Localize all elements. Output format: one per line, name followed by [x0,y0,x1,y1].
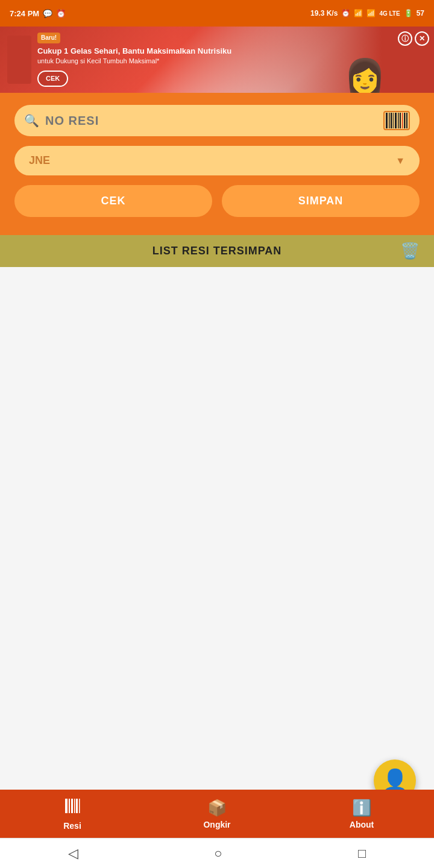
speed-display: 19.3 K/s [310,9,338,17]
status-bar-right: 19.3 K/s ⏰ 📶 📶 4G LTE 🔋 57 [310,9,424,17]
resi-nav-label: Resi [63,821,81,831]
resi-list-content [0,267,434,653]
simpan-button[interactable]: SIMPAN [222,185,420,217]
svg-rect-11 [69,799,70,813]
about-nav-icon: ℹ️ [352,799,371,817]
battery-level: 57 [417,9,424,17]
svg-rect-2 [391,113,392,128]
list-resi-header: LIST RESI TERSIMPAN 🗑️ [0,235,434,267]
svg-rect-13 [74,799,75,813]
svg-rect-1 [389,113,390,128]
svg-rect-9 [406,113,407,128]
ad-new-badge: Baru! [37,33,60,43]
ad-text: Baru! Cukup 1 Gelas Sehari, Bantu Maksim… [37,33,231,87]
ad-banner: Baru! Cukup 1 Gelas Sehari, Bantu Maksim… [0,27,434,93]
message-icon: 💬 [43,9,52,18]
search-bar-container: 🔍 [14,105,420,136]
resi-input[interactable] [45,114,383,128]
back-button[interactable]: ◁ [68,846,78,861]
system-navigation: ◁ ○ □ [0,838,434,868]
svg-rect-0 [386,113,388,128]
wifi-icon: 📶 [354,9,363,17]
ad-cta-button[interactable]: CEK [37,71,68,87]
svg-rect-15 [79,799,80,813]
svg-rect-14 [76,799,78,813]
svg-rect-12 [71,799,73,813]
status-bar-left: 7:24 PM 💬 ⏰ [10,9,66,18]
alarm-icon: ⏰ [341,9,350,17]
ad-headline: Cukup 1 Gelas Sehari, Bantu Maksimalkan … [37,46,231,57]
ad-close-button[interactable]: ✕ [415,31,429,46]
action-buttons-row: CEK SIMPAN [14,185,420,217]
nav-item-about[interactable]: ℹ️ About [289,790,434,838]
battery-icon: 🔋 [404,9,413,17]
search-icon: 🔍 [24,113,39,128]
recents-button[interactable]: □ [358,846,366,861]
resi-nav-icon [64,797,81,819]
ongkir-nav-label: Ongkir [203,820,230,829]
clock-icon: ⏰ [56,9,66,18]
svg-rect-10 [65,799,68,813]
svg-rect-7 [402,113,403,128]
ad-figure: 👩 [344,60,386,93]
home-button[interactable]: ○ [214,846,222,861]
lte-badge: 4G LTE [379,10,400,17]
courier-label: JNE [29,154,50,167]
courier-dropdown[interactable]: JNE ▼ [14,146,420,175]
dropdown-arrow-icon: ▼ [395,156,405,166]
clear-all-button[interactable]: 🗑️ [400,242,420,260]
svg-rect-8 [404,113,406,128]
svg-rect-6 [400,113,401,128]
bottom-navigation: Resi 📦 Ongkir ℹ️ About [0,790,434,838]
svg-rect-5 [398,113,399,128]
main-section: 🔍 JNE ▼ CEK SIMPAN [0,93,434,235]
time-display: 7:24 PM [10,9,39,18]
svg-rect-4 [395,113,397,128]
nav-item-ongkir[interactable]: 📦 Ongkir [145,790,289,838]
ad-subline: untuk Dukung si Kecil Tumbuh Maksimal* [37,57,231,66]
nav-item-resi[interactable]: Resi [0,790,145,838]
barcode-scanner-button[interactable] [383,111,410,130]
ad-info-button[interactable]: ⓘ [398,31,412,46]
ongkir-nav-icon: 📦 [207,799,227,817]
cek-button[interactable]: CEK [14,185,212,217]
about-nav-label: About [350,820,374,829]
svg-rect-3 [393,113,394,128]
signal-icon: 📶 [366,9,376,17]
status-bar: 7:24 PM 💬 ⏰ 19.3 K/s ⏰ 📶 📶 4G LTE 🔋 57 [0,0,434,27]
list-resi-title: LIST RESI TERSIMPAN [153,245,282,257]
ad-controls: ⓘ ✕ [398,31,429,46]
trash-icon: 🗑️ [400,242,420,260]
